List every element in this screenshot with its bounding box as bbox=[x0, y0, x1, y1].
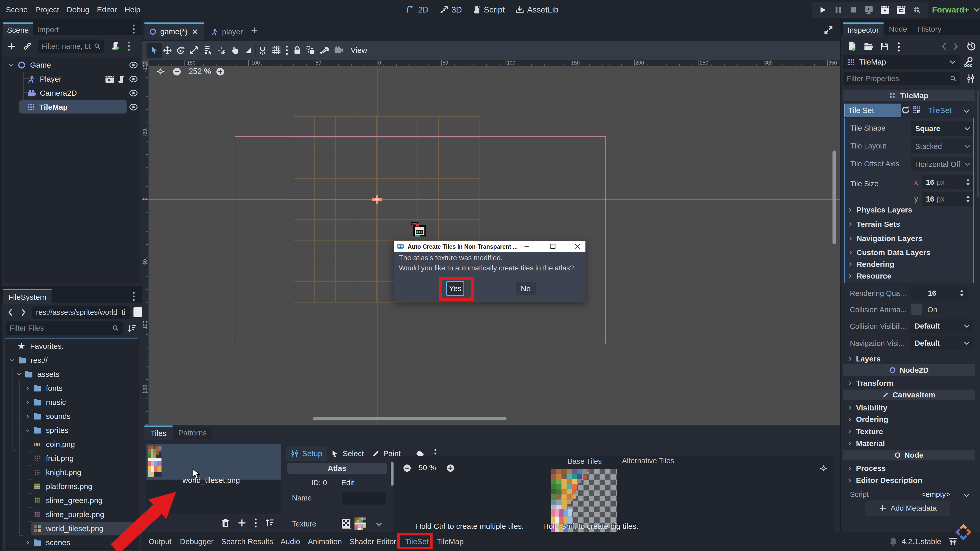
svg-text:0: 0 bbox=[142, 198, 148, 200]
svg-text:0: 0 bbox=[378, 60, 381, 65]
svg-text:-100: -100 bbox=[250, 60, 260, 65]
svg-text:-50: -50 bbox=[314, 60, 321, 65]
svg-text:300: 300 bbox=[764, 60, 773, 65]
svg-text:150: 150 bbox=[571, 60, 579, 65]
svg-text:200: 200 bbox=[635, 60, 644, 65]
svg-text:50: 50 bbox=[442, 60, 448, 65]
svg-text:-50: -50 bbox=[142, 129, 148, 136]
svg-text:DOC: DOC bbox=[964, 64, 973, 68]
svg-text:-100: -100 bbox=[142, 62, 148, 72]
svg-text:100: 100 bbox=[142, 321, 148, 329]
svg-text:350: 350 bbox=[829, 60, 837, 65]
svg-text:-150: -150 bbox=[185, 60, 196, 65]
svg-text:250: 250 bbox=[700, 60, 708, 65]
svg-text:100: 100 bbox=[507, 60, 515, 65]
svg-text:50: 50 bbox=[142, 259, 148, 265]
svg-text:150: 150 bbox=[142, 385, 148, 393]
